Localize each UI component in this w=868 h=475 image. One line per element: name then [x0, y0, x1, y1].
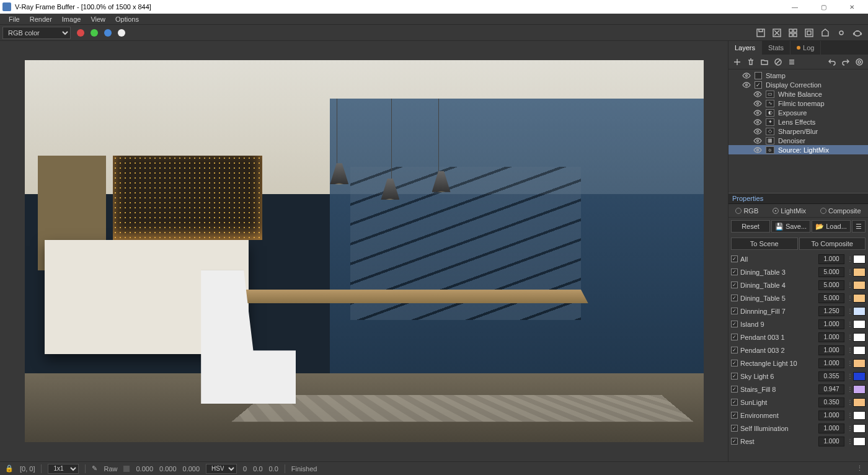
- redo-icon[interactable]: [839, 56, 852, 68]
- delete-layer-icon[interactable]: [745, 56, 757, 68]
- light-menu-icon[interactable]: ⋮: [847, 347, 851, 353]
- light-multiplier[interactable]: 1.000: [818, 345, 844, 355]
- light-multiplier[interactable]: 5.000: [818, 280, 844, 290]
- disable-icon[interactable]: [772, 56, 784, 68]
- visibility-icon[interactable]: [753, 138, 762, 144]
- light-color-swatch[interactable]: [853, 385, 866, 394]
- lines-icon[interactable]: [786, 56, 798, 68]
- light-multiplier[interactable]: 1.000: [818, 358, 844, 368]
- add-layer-icon[interactable]: [731, 56, 743, 68]
- light-menu-icon[interactable]: ⋮: [847, 425, 851, 432]
- clear-image-icon[interactable]: [770, 26, 784, 40]
- frame-icon[interactable]: [802, 26, 816, 40]
- menu-render[interactable]: Render: [25, 16, 57, 23]
- light-multiplier[interactable]: 1.000: [818, 332, 844, 342]
- light-color-swatch[interactable]: [853, 294, 866, 303]
- mode-lightmix[interactable]: LightMix: [773, 207, 806, 215]
- light-menu-icon[interactable]: ⋮: [847, 373, 851, 380]
- visibility-icon[interactable]: [753, 128, 762, 135]
- layer-row[interactable]: ▭White Balance: [728, 89, 868, 99]
- expand-icon[interactable]: ⋮: [856, 464, 863, 473]
- mono-channel-icon[interactable]: [118, 29, 125, 37]
- light-multiplier[interactable]: 1.000: [818, 424, 844, 433]
- light-color-swatch[interactable]: [853, 307, 866, 316]
- light-multiplier[interactable]: 5.000: [818, 267, 844, 277]
- maximize-button[interactable]: ▢: [810, 1, 837, 13]
- tab-layers[interactable]: Layers: [728, 41, 762, 55]
- to-scene-button[interactable]: To Scene: [731, 238, 798, 250]
- layer-row[interactable]: ☼Source: LightMix: [728, 145, 868, 154]
- to-composite-button[interactable]: To Composite: [799, 238, 866, 250]
- blue-channel-icon[interactable]: [104, 29, 112, 37]
- link-icon[interactable]: [835, 26, 848, 40]
- visibility-icon[interactable]: [753, 119, 762, 125]
- light-menu-icon[interactable]: ⋮: [847, 321, 851, 327]
- layer-row[interactable]: ✦Lens Effects: [728, 117, 868, 127]
- reset-button[interactable]: Reset: [731, 220, 770, 233]
- light-enable-checkbox[interactable]: [731, 269, 738, 275]
- layer-row[interactable]: ◇Sharpen/Blur: [728, 127, 868, 136]
- zoom-dropdown[interactable]: 1x1: [48, 464, 79, 474]
- visibility-icon[interactable]: [742, 82, 751, 88]
- light-enable-checkbox[interactable]: [731, 386, 738, 393]
- light-enable-checkbox[interactable]: [731, 399, 738, 406]
- tab-log[interactable]: Log: [790, 41, 821, 55]
- visibility-icon[interactable]: [753, 91, 762, 97]
- light-enable-checkbox[interactable]: [731, 255, 738, 262]
- light-menu-icon[interactable]: ⋮: [847, 269, 851, 275]
- light-multiplier[interactable]: 1.250: [818, 306, 844, 316]
- mode-composite[interactable]: Composite: [820, 207, 861, 215]
- light-enable-checkbox[interactable]: [731, 334, 738, 340]
- light-color-swatch[interactable]: [853, 398, 866, 407]
- undo-icon[interactable]: [826, 56, 838, 68]
- lock-icon[interactable]: 🔒: [5, 464, 14, 473]
- menu-image[interactable]: Image: [57, 16, 86, 23]
- light-enable-checkbox[interactable]: [731, 347, 738, 353]
- light-menu-icon[interactable]: ⋮: [847, 412, 851, 419]
- menu-options[interactable]: Options: [110, 16, 144, 23]
- save-image-icon[interactable]: [754, 26, 768, 40]
- light-color-swatch[interactable]: [853, 268, 866, 277]
- bucket-icon[interactable]: [818, 26, 832, 40]
- light-multiplier[interactable]: 0.947: [818, 384, 844, 394]
- minimize-button[interactable]: —: [781, 1, 808, 13]
- layer-row[interactable]: ▦Denoiser: [728, 136, 868, 145]
- light-menu-icon[interactable]: ⋮: [847, 282, 851, 288]
- light-menu-icon[interactable]: ⋮: [847, 399, 851, 406]
- light-enable-checkbox[interactable]: [731, 373, 738, 380]
- light-enable-checkbox[interactable]: [731, 295, 738, 301]
- light-menu-icon[interactable]: ⋮: [847, 295, 851, 301]
- light-multiplier[interactable]: 1.000: [818, 319, 844, 329]
- light-enable-checkbox[interactable]: [731, 360, 738, 366]
- colormode-dropdown[interactable]: HSV: [206, 464, 237, 474]
- viewport[interactable]: [0, 41, 728, 461]
- list-button[interactable]: ☰: [852, 220, 866, 233]
- light-enable-checkbox[interactable]: [731, 321, 738, 327]
- light-enable-checkbox[interactable]: [731, 412, 738, 419]
- channel-dropdown[interactable]: RGB color: [2, 27, 71, 39]
- visibility-icon[interactable]: [753, 147, 762, 153]
- light-multiplier[interactable]: 1.000: [818, 437, 844, 446]
- light-color-swatch[interactable]: [853, 359, 866, 368]
- layer-row[interactable]: Display Correction: [728, 80, 868, 89]
- light-enable-checkbox[interactable]: [731, 308, 738, 314]
- light-color-swatch[interactable]: [853, 424, 866, 433]
- layer-row[interactable]: ◐Exposure: [728, 108, 868, 117]
- mode-rgb[interactable]: RGB: [735, 207, 758, 215]
- light-menu-icon[interactable]: ⋮: [847, 438, 851, 445]
- light-color-swatch[interactable]: [853, 372, 866, 381]
- layer-checkbox[interactable]: [755, 72, 762, 79]
- folder-icon[interactable]: [758, 56, 771, 68]
- light-menu-icon[interactable]: ⋮: [847, 334, 851, 340]
- light-menu-icon[interactable]: ⋮: [847, 386, 851, 393]
- light-enable-checkbox[interactable]: [731, 438, 738, 445]
- light-color-swatch[interactable]: [853, 437, 866, 446]
- red-channel-icon[interactable]: [77, 29, 84, 37]
- light-color-swatch[interactable]: [853, 411, 866, 420]
- layer-row[interactable]: ∿Filmic tonemap: [728, 99, 868, 108]
- close-button[interactable]: ✕: [838, 1, 866, 13]
- light-enable-checkbox[interactable]: [731, 425, 738, 432]
- light-multiplier[interactable]: 1.000: [818, 254, 844, 264]
- light-color-swatch[interactable]: [853, 255, 866, 264]
- eyedropper-icon[interactable]: ✎: [92, 464, 97, 473]
